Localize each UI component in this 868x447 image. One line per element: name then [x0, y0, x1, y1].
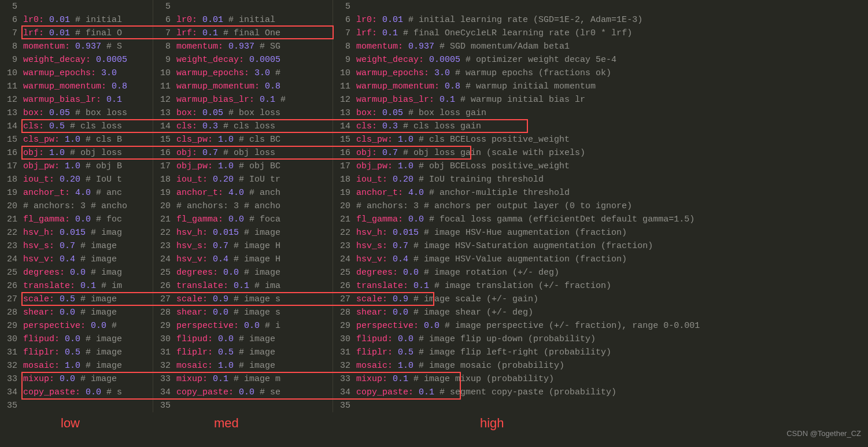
yaml-comment: # image — [75, 241, 117, 251]
code-line[interactable]: 24hsv_v: 0.4 # image HSV-Value augmentat… — [333, 253, 868, 266]
code-line[interactable]: 11warmup_momentum: 0.8 — [153, 80, 333, 93]
code-line[interactable]: 13box: 0.05 # box loss — [0, 106, 153, 120]
code-line[interactable]: 28shear: 0.0 # image — [0, 306, 153, 319]
code-line[interactable]: 32mosaic: 1.0 # image mosaic (probabilit… — [333, 359, 868, 372]
pane-med[interactable]: 56lr0: 0.01 # initial7lrf: 0.1 # final O… — [153, 0, 333, 412]
code-line[interactable]: 15cls_pw: 1.0 # cls BC — [153, 133, 333, 146]
pane-high[interactable]: 56lr0: 0.01 # initial learning rate (SGD… — [333, 0, 868, 412]
code-line[interactable]: 25degrees: 0.0 # imag — [0, 266, 153, 279]
code-line[interactable]: 7lrf: 0.01 # final O — [0, 27, 153, 40]
code-line[interactable]: 21fl_gamma: 0.0 # foca — [153, 213, 333, 226]
code-line[interactable]: 12warmup_bias_lr: 0.1 # warmup initial b… — [333, 93, 868, 106]
code-line[interactable]: 13box: 0.05 # box loss gain — [333, 106, 868, 120]
code-line[interactable]: 14cls: 0.5 # cls loss — [0, 120, 153, 133]
code-line[interactable]: 7lrf: 0.1 # final OneCycleLR learning ra… — [333, 27, 868, 40]
code-line[interactable]: 9weight_decay: 0.0005 # optimizer weight… — [333, 53, 868, 67]
code-line[interactable]: 31fliplr: 0.5 # image flip left-right (p… — [333, 346, 868, 359]
yaml-comment: # image scale (+/- gain) — [408, 294, 538, 304]
code-line[interactable]: 22hsv_h: 0.015 # image — [153, 226, 333, 239]
code-line[interactable]: 23hsv_s: 0.7 # image H — [153, 239, 333, 253]
code-line[interactable]: 27scale: 0.5 # image — [0, 293, 153, 306]
code-line[interactable]: 5 — [0, 0, 153, 13]
code-line[interactable]: 8momentum: 0.937 # S — [0, 40, 153, 53]
code-line[interactable]: 5 — [153, 0, 333, 13]
code-line[interactable]: 21fl_gamma: 0.0 # foc — [0, 213, 153, 226]
yaml-comment: # imag — [86, 268, 122, 278]
code-line[interactable]: 27scale: 0.9 # image scale (+/- gain) — [333, 293, 868, 306]
code-line[interactable]: 28shear: 0.0 # image shear (+/- deg) — [333, 306, 868, 319]
code-line[interactable]: 22hsv_h: 0.015 # imag — [0, 226, 153, 239]
code-line[interactable]: 31fliplr: 0.5 # image — [153, 346, 333, 359]
code-line[interactable]: 18iou_t: 0.20 # IoU training threshold — [333, 173, 868, 186]
code-line[interactable]: 13box: 0.05 # box loss — [153, 106, 333, 120]
code-line[interactable]: 35 — [0, 399, 153, 412]
code-line[interactable]: 12warmup_bias_lr: 0.1 # — [153, 93, 333, 106]
code-line[interactable]: 9weight_decay: 0.0005 — [0, 53, 153, 67]
code-line[interactable]: 17obj_pw: 1.0 # obj BC — [153, 160, 333, 173]
code-line[interactable]: 20# anchors: 3 # ancho — [153, 200, 333, 213]
code-line[interactable]: 8momentum: 0.937 # SG — [153, 40, 333, 53]
code-line[interactable]: 25degrees: 0.0 # image — [153, 266, 333, 279]
code-line[interactable]: 16obj: 1.0 # obj loss — [0, 146, 153, 160]
code-line[interactable]: 10warmup_epochs: 3.0 # — [153, 67, 333, 80]
line-number: 33 — [335, 372, 356, 386]
code-line[interactable]: 19anchor_t: 4.0 # anch — [153, 186, 333, 200]
code-line[interactable]: 32mosaic: 1.0 # image — [153, 359, 333, 372]
code-line[interactable]: 31fliplr: 0.5 # image — [0, 346, 153, 359]
code-line[interactable]: 14cls: 0.3 # cls loss — [153, 120, 333, 133]
code-line[interactable]: 32mosaic: 1.0 # image — [0, 359, 153, 372]
code-line[interactable]: 28shear: 0.0 # image s — [153, 306, 333, 319]
code-line[interactable]: 34copy_paste: 0.0 # se — [153, 386, 333, 399]
code-line[interactable]: 18iou_t: 0.20 # IoU t — [0, 173, 153, 186]
code-line[interactable]: 35 — [153, 399, 333, 412]
code-line[interactable]: 25degrees: 0.0 # image rotation (+/- deg… — [333, 266, 868, 279]
code-line[interactable]: 16obj: 0.7 # obj loss — [153, 146, 333, 160]
code-line[interactable]: 29perspective: 0.0 # — [0, 319, 153, 333]
code-line[interactable]: 14cls: 0.3 # cls loss gain — [333, 120, 868, 133]
code-line[interactable]: 10warmup_epochs: 3.0 — [0, 67, 153, 80]
code-line[interactable]: 35 — [333, 399, 868, 412]
code-line[interactable]: 23hsv_s: 0.7 # image HSV-Saturation augm… — [333, 239, 868, 253]
code-line[interactable]: 11warmup_momentum: 0.8 # warmup initial … — [333, 80, 868, 93]
code-line[interactable]: 19anchor_t: 4.0 # anc — [0, 186, 153, 200]
code-line[interactable]: 8momentum: 0.937 # SGD momentum/Adam bet… — [333, 40, 868, 53]
code-line[interactable]: 22hsv_h: 0.015 # image HSV-Hue augmentat… — [333, 226, 868, 239]
code-line[interactable]: 17obj_pw: 1.0 # obj BCELoss positive_wei… — [333, 160, 868, 173]
code-line[interactable]: 30flipud: 0.0 # image — [153, 333, 333, 346]
code-line[interactable]: 34copy_paste: 0.1 # segment copy-paste (… — [333, 386, 868, 399]
code-line[interactable]: 20# anchors: 3 # ancho — [0, 200, 153, 213]
code-line[interactable]: 26translate: 0.1 # ima — [153, 279, 333, 293]
code-line[interactable]: 6lr0: 0.01 # initial — [0, 13, 153, 27]
code-line[interactable]: 33mixup: 0.1 # image m — [153, 372, 333, 386]
code-line[interactable]: 19anchor_t: 4.0 # anchor-multiple thresh… — [333, 186, 868, 200]
code-line[interactable]: 11warmup_momentum: 0.8 — [0, 80, 153, 93]
code-line[interactable]: 30flipud: 0.0 # image flip up-down (prob… — [333, 333, 868, 346]
code-line[interactable]: 7lrf: 0.1 # final One — [153, 27, 333, 40]
code-line[interactable]: 24hsv_v: 0.4 # image — [0, 253, 153, 266]
code-line[interactable]: 9weight_decay: 0.0005 — [153, 53, 333, 67]
code-line[interactable]: 27scale: 0.9 # image s — [153, 293, 333, 306]
code-line[interactable]: 6lr0: 0.01 # initial learning rate (SGD=… — [333, 13, 868, 27]
code-line[interactable]: 18iou_t: 0.20 # IoU tr — [153, 173, 333, 186]
code-line[interactable]: 34copy_paste: 0.0 # s — [0, 386, 153, 399]
code-line[interactable]: 16obj: 0.7 # obj loss gain (scale with p… — [333, 146, 868, 160]
code-line[interactable]: 12warmup_bias_lr: 0.1 — [0, 93, 153, 106]
code-line[interactable]: 15cls_pw: 1.0 # cls BCELoss positive_wei… — [333, 133, 868, 146]
code-line[interactable]: 26translate: 0.1 # image translation (+/… — [333, 279, 868, 293]
code-line[interactable]: 29perspective: 0.0 # image perspective (… — [333, 319, 868, 333]
code-line[interactable]: 6lr0: 0.01 # initial — [153, 13, 333, 27]
pane-low[interactable]: 56lr0: 0.01 # initial7lrf: 0.01 # final … — [0, 0, 153, 412]
code-line[interactable]: 20# anchors: 3 # anchors per output laye… — [333, 200, 868, 213]
code-line[interactable]: 33mixup: 0.0 # image — [0, 372, 153, 386]
code-line[interactable]: 26translate: 0.1 # im — [0, 279, 153, 293]
code-line[interactable]: 24hsv_v: 0.4 # image H — [153, 253, 333, 266]
code-line[interactable]: 30flipud: 0.0 # image — [0, 333, 153, 346]
code-line[interactable]: 29perspective: 0.0 # i — [153, 319, 333, 333]
code-line[interactable]: 15cls_pw: 1.0 # cls B — [0, 133, 153, 146]
code-line[interactable]: 5 — [333, 0, 868, 13]
code-line[interactable]: 23hsv_s: 0.7 # image — [0, 239, 153, 253]
code-line[interactable]: 33mixup: 0.1 # image mixup (probability) — [333, 372, 868, 386]
code-line[interactable]: 21fl_gamma: 0.0 # focal loss gamma (effi… — [333, 213, 868, 226]
code-line[interactable]: 10warmup_epochs: 3.0 # warmup epochs (fr… — [333, 67, 868, 80]
code-line[interactable]: 17obj_pw: 1.0 # obj B — [0, 160, 153, 173]
